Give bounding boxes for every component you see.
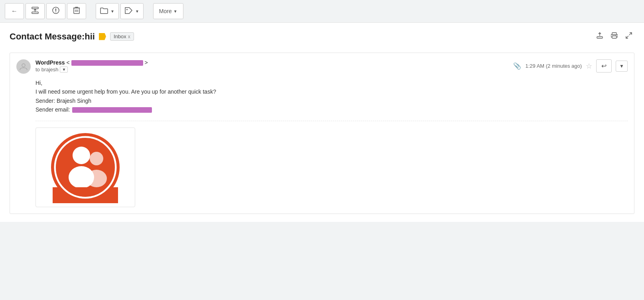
sender-email-prefix: Sender email: [35, 106, 70, 113]
more-dropdown-arrow: ▼ [173, 9, 177, 14]
archive-button[interactable] [26, 3, 45, 19]
svg-point-27 [86, 170, 107, 187]
spam-icon [52, 7, 59, 16]
email-divider [35, 121, 628, 121]
print-button[interactable] [609, 31, 620, 42]
svg-rect-15 [612, 33, 616, 35]
paperclip-icon: 📎 [513, 62, 521, 70]
email-header: WordPress < > to brajesh ▼ 📎 1:29 AM (2 … [16, 59, 628, 74]
sender-bracket-open: < [67, 59, 70, 66]
svg-point-24 [73, 147, 90, 164]
email-timestamp: 1:29 AM (2 minutes ago) [525, 63, 582, 69]
body-line3: Sender: Brajesh Singh [35, 96, 628, 105]
sender-email-body-redacted [72, 107, 152, 113]
sender-name-row: WordPress < > [35, 59, 513, 66]
star-button[interactable]: ☆ [586, 62, 592, 71]
more-button[interactable]: More ▼ [153, 3, 183, 19]
expand-button[interactable] [623, 31, 634, 42]
to-name: brajesh [41, 67, 59, 73]
sender-info: WordPress < > to brajesh ▼ [35, 59, 513, 73]
svg-line-19 [626, 36, 628, 38]
inbox-tag-close-button[interactable]: x [128, 34, 130, 39]
spam-button[interactable] [46, 3, 65, 19]
sender-bracket-close: > [145, 59, 148, 66]
reply-button[interactable]: ↩ [596, 59, 612, 73]
label-dropdown-arrow: ▼ [135, 9, 139, 14]
email-subject-title: Contact Message:hii [10, 31, 95, 42]
attachment-image[interactable] [35, 127, 135, 207]
avatar [16, 59, 31, 74]
inbox-tag-label: Inbox [114, 33, 126, 39]
email-body: Hi, I will need some urgent help from yo… [16, 78, 628, 114]
back-icon: ← [11, 8, 18, 15]
body-line2: I will need some urgent help from you. A… [35, 87, 628, 96]
label-button[interactable]: ▼ [120, 3, 144, 19]
trash-icon [73, 7, 80, 16]
sender-name: WordPress [35, 59, 65, 66]
sender-email-redacted [71, 59, 145, 66]
label-color-icon [99, 33, 106, 40]
email-more-button[interactable]: ▼ [616, 61, 628, 72]
to-dropdown-button[interactable]: ▼ [60, 67, 68, 73]
email-view: Contact Message:hii Inbox x [0, 23, 644, 222]
more-label: More [159, 8, 172, 14]
svg-rect-13 [597, 37, 603, 38]
toolbar: ← [0, 0, 644, 23]
svg-rect-16 [612, 36, 616, 38]
svg-point-20 [22, 64, 25, 67]
svg-point-26 [90, 152, 103, 165]
back-button[interactable]: ← [5, 3, 24, 19]
attachment-area [16, 127, 628, 207]
email-meta: 📎 1:29 AM (2 minutes ago) ☆ ↩ ▼ [513, 59, 628, 73]
body-line4: Sender email: [35, 105, 628, 114]
subject-actions [594, 31, 634, 42]
to-label: to [35, 67, 40, 73]
to-row: to brajesh ▼ [35, 67, 513, 73]
svg-line-18 [629, 33, 632, 35]
svg-point-17 [616, 35, 616, 36]
email-subject-row: Contact Message:hii Inbox x [10, 31, 634, 46]
body-line1: Hi, [35, 78, 628, 87]
delete-button[interactable] [67, 3, 86, 19]
svg-rect-1 [32, 7, 38, 9]
tag-icon [125, 7, 133, 16]
inbox-tag[interactable]: Inbox x [110, 32, 134, 41]
archive-icon [32, 7, 39, 16]
folder-icon [100, 8, 108, 15]
svg-point-12 [126, 9, 128, 10]
svg-point-5 [55, 12, 56, 12]
email-card: WordPress < > to brajesh ▼ 📎 1:29 AM (2 … [10, 53, 634, 214]
move-dropdown-arrow: ▼ [110, 9, 114, 14]
move-to-button[interactable]: ▼ [96, 3, 119, 19]
upload-button[interactable] [594, 31, 605, 42]
svg-rect-0 [32, 12, 38, 14]
